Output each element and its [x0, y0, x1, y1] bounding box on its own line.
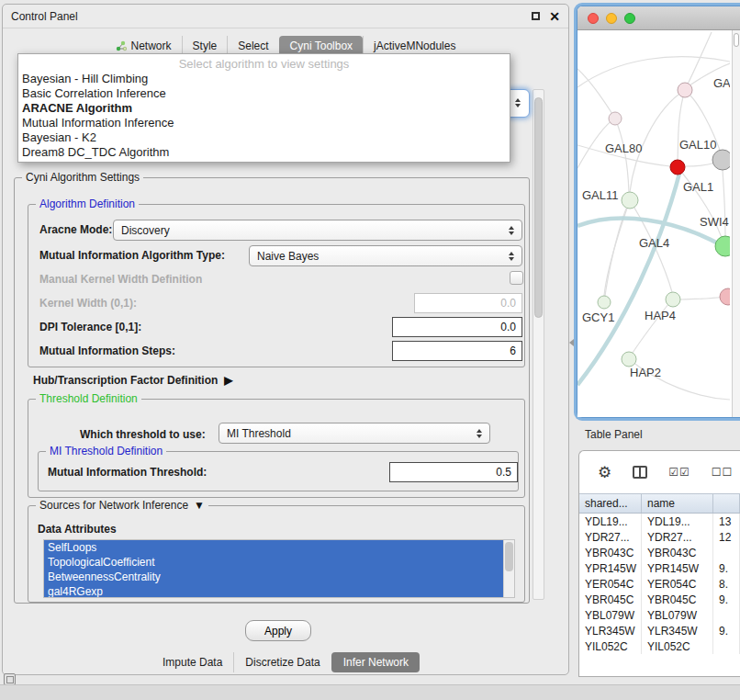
table-panel-title: Table Panel: [585, 428, 643, 441]
table-body: YDL19...YDL19...13YDR27...YDR27...12YBR0…: [579, 514, 740, 654]
network-node-label: HAP2: [630, 366, 661, 379]
tab-infer-network[interactable]: Infer Network: [331, 652, 420, 672]
table-row[interactable]: YLR345WYLR345W9.: [579, 623, 740, 638]
dropdown-item-aracne[interactable]: ARACNE Algorithm: [18, 101, 510, 116]
combo-arrows-icon: [509, 226, 514, 235]
attr-item-selfloops[interactable]: SelfLoops: [44, 540, 504, 555]
column-header-shared-name[interactable]: shared...: [579, 494, 642, 513]
scrollbar-thumb[interactable]: [505, 542, 513, 571]
select-all-checkboxes-icon[interactable]: ☑☑: [668, 466, 690, 479]
group-title: Cyni Algorithm Settings: [22, 171, 143, 184]
attr-item-gal4rgexp[interactable]: gal4RGexp: [44, 584, 504, 598]
dropdown-item-basic-correlation[interactable]: Basic Correlation Inference: [18, 86, 510, 101]
scrollbar-thumb[interactable]: [734, 33, 739, 47]
scrollbar-thumb[interactable]: [534, 97, 543, 318]
network-node[interactable]: [720, 288, 730, 305]
network-node[interactable]: [598, 296, 611, 309]
network-node[interactable]: [609, 112, 622, 125]
table-cell: 9.: [713, 623, 740, 638]
tab-label: Cyni Toolbox: [290, 40, 353, 52]
network-node-label: GAL11: [582, 188, 619, 202]
dropdown-item-bayesian-hill-climbing[interactable]: Bayesian - Hill Climbing: [18, 72, 510, 86]
tab-label: Impute Data: [163, 656, 222, 669]
table-cell: YDR27...: [642, 529, 713, 545]
network-view-window: GALGAL80GAL10GAL11GAL1SWI4GAL4GCY1HAP4HA…: [577, 6, 740, 418]
table-row[interactable]: YER054CYER054C8.: [579, 576, 740, 592]
table-cell: YDR27...: [579, 529, 642, 545]
aracne-mode-label: Aracne Mode:: [39, 220, 112, 240]
table-row[interactable]: YDR27...YDR27...12: [579, 529, 740, 545]
close-traffic-light-icon[interactable]: [588, 13, 599, 24]
network-canvas-svg: GALGAL80GAL10GAL11GAL1SWI4GAL4GCY1HAP4HA…: [577, 30, 730, 413]
combo-arrows-icon: [477, 429, 482, 438]
table-cell: 9.: [713, 560, 740, 576]
manual-kernel-checkbox[interactable]: [510, 271, 523, 285]
dpi-tolerance-field[interactable]: [392, 317, 522, 337]
mi-steps-label: Mutual Information Steps:: [39, 341, 175, 361]
mi-steps-field[interactable]: [392, 341, 522, 361]
network-node[interactable]: [678, 83, 692, 97]
attributes-scrollbar[interactable]: [503, 540, 514, 597]
table-header: shared... name: [579, 493, 740, 514]
table-row[interactable]: YPR145WYPR145W9.: [579, 560, 740, 576]
table-cell: 12: [713, 529, 740, 545]
network-scrollbar[interactable]: [732, 30, 740, 417]
network-node-label: GAL4: [639, 236, 669, 250]
table-cell: YER054C: [642, 576, 713, 592]
which-threshold-combobox[interactable]: MI Threshold: [219, 423, 490, 444]
minimize-traffic-light-icon[interactable]: [606, 13, 617, 24]
table-cell: YPR145W: [579, 560, 642, 576]
dropdown-item-bayesian-k2[interactable]: Bayesian - K2: [18, 130, 510, 145]
network-canvas[interactable]: GALGAL80GAL10GAL11GAL1SWI4GAL4GCY1HAP4HA…: [577, 30, 732, 417]
attr-item-betweennesscentrality[interactable]: BetweennessCentrality: [44, 570, 504, 584]
mi-threshold-field[interactable]: [389, 462, 518, 482]
dropdown-item-dream8[interactable]: Dream8 DC_TDC Algorithm: [18, 145, 510, 160]
table-row[interactable]: YIL052CYIL052C: [579, 638, 740, 654]
mi-algorithm-type-combobox[interactable]: Naive Bayes: [249, 245, 522, 266]
network-node[interactable]: [622, 192, 638, 209]
table-cell: 8.: [713, 576, 740, 592]
apply-button[interactable]: Apply: [245, 620, 311, 641]
hub-definition-expander[interactable]: Hub/Transcription Factor Definition ▶: [33, 371, 233, 390]
network-node-label: GAL10: [679, 138, 716, 152]
table-settings-gear-icon[interactable]: ⚙: [598, 465, 611, 480]
mi-threshold-label: Mutual Information Threshold:: [48, 462, 207, 482]
show-columns-icon[interactable]: [633, 466, 647, 479]
table-cell: [713, 638, 740, 654]
close-window-icon[interactable]: ✕: [549, 10, 560, 23]
group-title: Algorithm Definition: [36, 198, 139, 210]
table-row[interactable]: YDL19...YDL19...13: [579, 514, 740, 529]
table-row[interactable]: YBR045CYBR045C9.: [579, 592, 740, 607]
settings-scrollbar[interactable]: [533, 89, 544, 600]
network-tab-icon: [116, 40, 127, 51]
zoom-traffic-light-icon[interactable]: [624, 13, 635, 24]
dropdown-placeholder: Select algorithm to view settings: [18, 56, 510, 72]
collapse-down-icon[interactable]: ▼: [194, 500, 205, 511]
table-row[interactable]: YBL079WYBL079W: [579, 607, 740, 623]
network-node-label: GAL80: [605, 141, 642, 155]
column-header-name[interactable]: name: [642, 494, 713, 513]
control-panel-window: Control Panel ✕ Network Style Select: [2, 4, 569, 675]
network-node[interactable]: [666, 292, 680, 307]
data-attributes-list[interactable]: SelfLoops TopologicalCoefficient Between…: [43, 539, 515, 598]
column-header-cropped[interactable]: [713, 494, 740, 513]
table-cell: YER054C: [579, 576, 642, 592]
network-window-titlebar[interactable]: [577, 6, 740, 30]
aracne-mode-combobox[interactable]: Discovery: [113, 220, 522, 241]
float-window-icon[interactable]: [532, 12, 540, 20]
network-node[interactable]: [712, 150, 730, 170]
table-cell: YLR345W: [642, 623, 713, 638]
dropdown-item-mutual-information[interactable]: Mutual Information Inference: [18, 116, 510, 130]
control-panel-titlebar[interactable]: Control Panel ✕: [3, 5, 568, 28]
clear-all-checkboxes-icon[interactable]: ☐☐: [712, 466, 734, 479]
network-node[interactable]: [622, 352, 636, 367]
attr-item-topologicalcoefficient[interactable]: TopologicalCoefficient: [44, 555, 504, 570]
table-row[interactable]: YBR043CYBR043C: [579, 545, 740, 560]
panel-resize-handle[interactable]: [569, 339, 574, 346]
network-node[interactable]: [715, 236, 730, 256]
network-node-label: HAP4: [645, 309, 676, 322]
kernel-width-field: [414, 293, 522, 313]
tab-discretize-data[interactable]: Discretize Data: [233, 652, 331, 672]
tab-impute-data[interactable]: Impute Data: [151, 652, 233, 672]
network-node[interactable]: [670, 160, 685, 175]
